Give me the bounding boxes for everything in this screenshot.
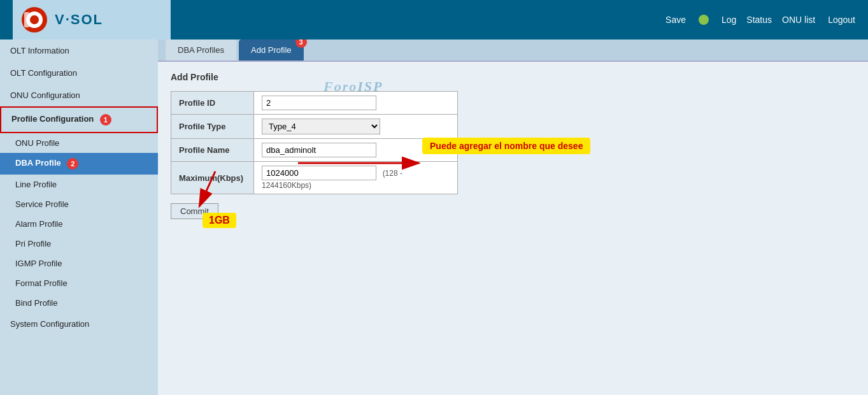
tab-bar: DBA Profiles Add Profile 3 [158,40,868,62]
sidebar-item-dba-profile[interactable]: DBA Profile 2 [0,153,158,175]
profile-type-select[interactable]: Type_1 Type_2 Type_3 Type_4 Type_5 [262,118,380,134]
logo-area: V·SOL [13,0,171,40]
sidebar-item-pri-profile[interactable]: Pri Profile [0,234,158,254]
status-link[interactable]: Status [746,15,772,25]
table-row: Profile Type Type_1 Type_2 Type_3 Type_4… [171,115,458,139]
tab-add-profile[interactable]: Add Profile 3 [239,40,304,61]
vsol-logo-icon [19,6,50,34]
status-indicator [699,15,709,25]
sidebar-item-system-configuration[interactable]: System Configuration [0,313,158,335]
profile-config-badge: 1 [100,114,111,126]
form-area: Add Profile ForoISP Profile ID Profile T… [158,62,868,229]
sidebar: OLT Information OLT Configuration ONU Co… [0,40,158,395]
dba-profile-badge: 2 [67,158,78,169]
tab-dba-profiles[interactable]: DBA Profiles [166,40,236,61]
log-link[interactable]: Log [722,15,736,25]
sidebar-item-format-profile[interactable]: Format Profile [0,273,158,293]
sidebar-item-line-profile[interactable]: Line Profile [0,175,158,194]
callout-text: Puede agregar el nombre que desee [422,138,590,154]
svg-point-2 [30,15,39,24]
svg-rect-3 [24,12,29,27]
sidebar-item-onu-profile[interactable]: ONU Profile [0,133,158,153]
content-area: DBA Profiles Add Profile 3 Add Profile F… [158,40,868,395]
add-profile-tab-badge: 3 [295,40,307,48]
profile-form-table: Profile ID Profile Type Type_1 Type_2 Ty… [171,91,458,194]
sidebar-item-olt-configuration[interactable]: OLT Configuration [0,62,158,84]
nav-links: Log Status ONU list [722,15,815,25]
form-title: Add Profile [171,72,855,82]
sidebar-item-bind-profile[interactable]: Bind Profile [0,293,158,313]
profile-id-label: Profile ID [171,92,254,115]
table-row: Profile ID [171,92,458,115]
maximum-kbps-input[interactable] [262,166,376,180]
profile-name-input[interactable] [262,143,376,157]
table-row: Profile Name [171,139,458,162]
label-1gb: 1GB [203,213,236,228]
onu-list-link[interactable]: ONU list [782,15,815,25]
profile-id-input[interactable] [262,96,376,110]
maximum-kbps-label: Maximum(Kbps) [171,162,254,194]
table-row: Maximum(Kbps) (128 - 1244160Kbps) [171,162,458,194]
logout-button[interactable]: Logout [828,15,855,25]
sidebar-item-service-profile[interactable]: Service Profile [0,194,158,214]
sidebar-item-onu-configuration[interactable]: ONU Configuration [0,84,158,106]
profile-type-cell: Type_1 Type_2 Type_3 Type_4 Type_5 [254,115,458,139]
sidebar-item-igmp-profile[interactable]: IGMP Profile [0,254,158,273]
sidebar-item-olt-information[interactable]: OLT Information [0,40,158,62]
sidebar-item-alarm-profile[interactable]: Alarm Profile [0,214,158,234]
form-wrapper: ForoISP Profile ID Profile Type Type_1 [171,91,855,219]
profile-name-label: Profile Name [171,139,254,162]
maximum-kbps-cell: (128 - 1244160Kbps) [254,162,458,194]
logo-text: V·SOL [55,11,103,28]
header-right: Save Log Status ONU list Logout [665,15,855,25]
save-button[interactable]: Save [665,15,686,25]
profile-id-cell [254,92,458,115]
sidebar-item-profile-configuration[interactable]: Profile Configuration 1 [0,106,158,133]
profile-type-label: Profile Type [171,115,254,139]
